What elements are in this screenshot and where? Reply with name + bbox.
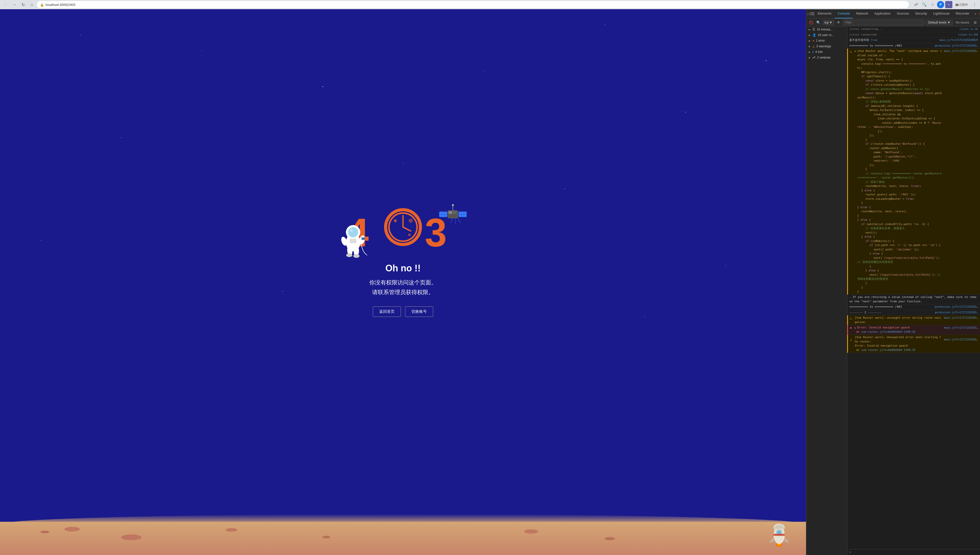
stack-trace-link[interactable]: vue-router.js?v=8e802b04:1349:35 bbox=[861, 330, 916, 334]
tab-console[interactable]: Console bbox=[835, 9, 853, 18]
collapse-icon: ► bbox=[808, 28, 811, 31]
tab-application[interactable]: Application bbox=[871, 9, 894, 18]
error-graphic: 4 bbox=[339, 204, 467, 260]
tab-elements[interactable]: Elements bbox=[815, 9, 834, 18]
switch-account-button[interactable]: 切换账号 bbox=[405, 306, 433, 317]
log-source-link[interactable]: main.js?t=17171192503… bbox=[942, 316, 978, 320]
context-dropdown[interactable]: top ▼ bbox=[823, 20, 834, 25]
svg-point-11 bbox=[348, 227, 358, 237]
button-group: 返回首页 切换账号 bbox=[373, 306, 433, 317]
svg-rect-27 bbox=[448, 211, 452, 214]
collapse-icon: ► bbox=[808, 45, 811, 48]
svg-point-30 bbox=[452, 204, 454, 206]
more-settings-button[interactable]: ⚙ bbox=[972, 20, 978, 25]
bookmark-button[interactable]: ☆ bbox=[929, 1, 936, 8]
filter-button[interactable]: 🔍 bbox=[816, 20, 821, 25]
address-bar[interactable]: 🔒 localhost:30002/403 bbox=[37, 1, 909, 8]
home-button[interactable]: 返回首页 bbox=[373, 306, 401, 317]
svg-point-5 bbox=[394, 219, 397, 222]
log-source-link[interactable]: permission.js?t=17171192503… bbox=[933, 311, 978, 314]
sidebar-item-errors[interactable]: ► ● 1 error bbox=[806, 38, 847, 43]
devtools-toolbar: 🚫 🔍 top ▼ 👁 Default levels ▼ No issues ⚙ bbox=[806, 18, 980, 27]
tab-lighthouse[interactable]: Lighthouse bbox=[930, 9, 953, 18]
expand-icon[interactable]: ► bbox=[855, 326, 856, 330]
sidebar-item-messages[interactable]: ► ☰ 10 messa... bbox=[806, 27, 847, 32]
no-issues-button[interactable]: No issues bbox=[954, 20, 971, 25]
home-button[interactable]: ⌂ bbox=[28, 1, 35, 8]
eye-button[interactable]: 👁 bbox=[836, 20, 841, 25]
filter-input[interactable] bbox=[843, 20, 924, 25]
paused-text: 已暂停 bbox=[959, 3, 968, 6]
tab-recorder[interactable]: Recorder bbox=[953, 9, 972, 18]
log-source-link[interactable]: main.js?t=17171192503… bbox=[942, 338, 978, 342]
log-entry: [vite] connecting... client.ts:18 bbox=[847, 27, 980, 32]
warn-triangle-icon: △ bbox=[812, 45, 815, 48]
svg-rect-20 bbox=[361, 237, 365, 240]
svg-point-7 bbox=[408, 234, 411, 236]
log-entry-warning: △ [Vue Router warn]: uncaught error duri… bbox=[847, 315, 980, 325]
svg-rect-44 bbox=[773, 534, 785, 536]
back-button[interactable]: ← bbox=[2, 1, 9, 8]
error-bullet-icon: ● bbox=[850, 326, 854, 330]
chevron-down-icon-levels: ▼ bbox=[947, 21, 950, 24]
error-icon: ⚠ bbox=[978, 12, 980, 15]
console-log-area[interactable]: [vite] connecting... client.ts:18 [vite]… bbox=[847, 27, 980, 549]
log-entry: [vite] connected. client.ts:150 bbox=[847, 32, 980, 38]
expand-icon[interactable]: ► bbox=[855, 49, 856, 53]
tab-network[interactable]: Network bbox=[853, 9, 871, 18]
warning-icon: △ bbox=[850, 49, 854, 54]
tab-security[interactable]: Security bbox=[912, 9, 930, 18]
log-source-link[interactable]: permission.js?t=17171192503… bbox=[933, 305, 978, 309]
sidebar-item-warnings[interactable]: ► △ 3 warnings bbox=[806, 43, 847, 49]
search-button[interactable]: 🔍 bbox=[921, 1, 928, 8]
forward-button[interactable]: → bbox=[11, 1, 18, 8]
settings-button[interactable]: ⋮ bbox=[971, 1, 978, 8]
devtools-mobile-icon[interactable]: ⌫ bbox=[809, 10, 815, 18]
error-message: 你没有权限访问这个页面。 bbox=[369, 279, 437, 286]
browser-window: ← → ↻ ⌂ 🔒 localhost:30002/403 ☍ 🔍 ☆ P ▪ … bbox=[0, 0, 980, 555]
log-entry: =========== to =========== /403 permissi… bbox=[847, 43, 980, 49]
more-tabs-button[interactable]: » bbox=[972, 12, 978, 16]
sidebar-item-user-messages[interactable]: ► 👤 10 user m... bbox=[806, 32, 847, 38]
browser-body: 4 bbox=[0, 9, 980, 555]
default-levels-dropdown[interactable]: Default levels ▼ bbox=[926, 20, 953, 25]
satellite bbox=[439, 204, 467, 228]
list-icon: ☰ bbox=[812, 27, 815, 31]
console-prompt: > bbox=[849, 550, 851, 554]
verbose-icon: ☍ bbox=[812, 56, 816, 59]
log-entry: 是不是开发环境 true main.js?t=171711925038029 bbox=[847, 38, 980, 43]
console-input[interactable] bbox=[853, 550, 978, 554]
error-container: 4 bbox=[334, 199, 472, 332]
info-icon: ℹ bbox=[812, 50, 814, 54]
refresh-button[interactable]: ↻ bbox=[19, 1, 27, 8]
clear-console-button[interactable]: 🚫 bbox=[808, 20, 814, 25]
tab-sources[interactable]: Sources bbox=[894, 9, 912, 18]
sidebar-item-info[interactable]: ► ℹ 4 info bbox=[806, 49, 847, 55]
stack-trace-link[interactable]: vue-router.js?v=8e802b04:1349:35 bbox=[861, 348, 916, 352]
paused-icon: ▮▮ bbox=[956, 3, 959, 6]
collapse-icon: ► bbox=[808, 51, 811, 53]
profile-button[interactable]: P bbox=[937, 1, 944, 8]
error-count: ⚠ 1 bbox=[978, 12, 980, 15]
translate-button[interactable]: ☍ bbox=[913, 1, 920, 8]
log-entry-warning: △ ► [Vue Router warn]: The "next" callba… bbox=[847, 48, 980, 295]
log-source-link[interactable]: permission.js?t=17171192503… bbox=[933, 44, 978, 48]
log-source-link[interactable]: client.ts:150 bbox=[956, 33, 978, 37]
collapse-icon: ► bbox=[808, 56, 811, 59]
error-dot-icon: ● bbox=[812, 39, 814, 42]
log-entry: -------- 2 -------- permission.js?t=1717… bbox=[847, 310, 980, 316]
warning-icon: △ bbox=[850, 337, 854, 342]
svg-line-35 bbox=[458, 218, 461, 223]
chevron-down-icon: ▼ bbox=[829, 21, 832, 24]
log-source-link[interactable]: main.js?t=171711925038029 bbox=[937, 38, 978, 42]
sidebar-item-verbose[interactable]: ► ☍ 2 verbose bbox=[806, 55, 847, 60]
extension-button[interactable]: ▪ bbox=[945, 1, 953, 8]
log-entry: =========== to =========== /403 permissi… bbox=[847, 304, 980, 310]
log-source-link[interactable]: main.js?t=17171192503… bbox=[942, 49, 978, 53]
log-source-link[interactable]: client.ts:18 bbox=[958, 27, 978, 31]
log-source-link[interactable]: main.js?t=17171192503… bbox=[942, 326, 978, 330]
astronaut bbox=[339, 209, 370, 261]
paused-badge: ▮▮ 已暂停 bbox=[953, 2, 970, 7]
page-content: 4 bbox=[0, 9, 806, 522]
devtools-inspect-icon[interactable]: □ bbox=[807, 10, 809, 18]
